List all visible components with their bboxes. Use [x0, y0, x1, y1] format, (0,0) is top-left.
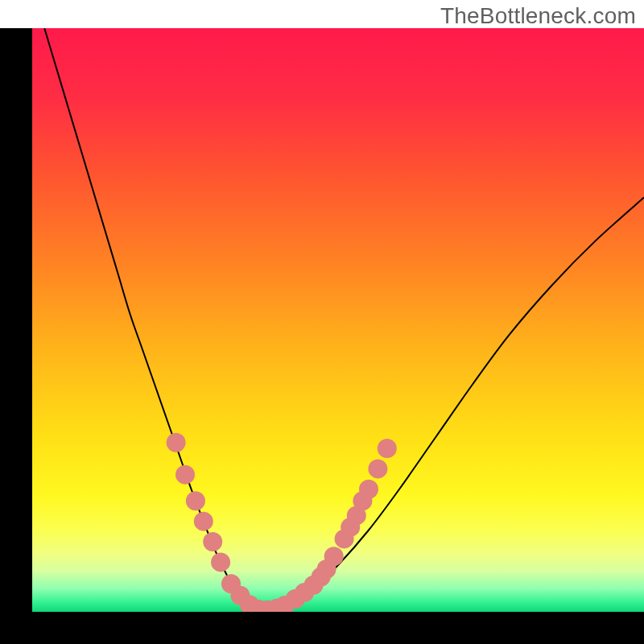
- marker-point: [175, 465, 195, 485]
- marker-point: [378, 439, 397, 458]
- marker-point: [359, 480, 378, 499]
- marker-point: [368, 459, 387, 478]
- chart-svg: [32, 28, 644, 612]
- marker-point: [211, 552, 230, 572]
- marker-point: [203, 532, 222, 551]
- marker-point: [324, 547, 344, 566]
- marker-point: [186, 491, 205, 510]
- marker-point: [194, 512, 213, 531]
- marker-point: [167, 433, 186, 452]
- watermark-text: TheBottleneck.com: [440, 3, 636, 29]
- gradient-background: [32, 28, 644, 612]
- chart-frame: TheBottleneck.com: [0, 0, 644, 644]
- plot-area: [32, 28, 644, 612]
